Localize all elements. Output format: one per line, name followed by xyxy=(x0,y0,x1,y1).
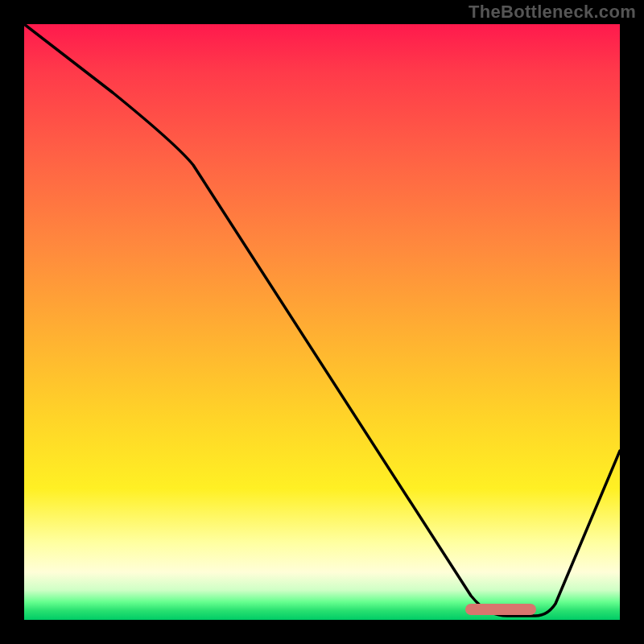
optimal-range-marker xyxy=(465,604,537,615)
chart-frame: TheBottleneck.com xyxy=(0,0,644,644)
curve-path xyxy=(24,24,620,616)
watermark-text: TheBottleneck.com xyxy=(469,2,636,23)
plot-area xyxy=(24,24,620,620)
bottleneck-curve xyxy=(24,24,620,620)
